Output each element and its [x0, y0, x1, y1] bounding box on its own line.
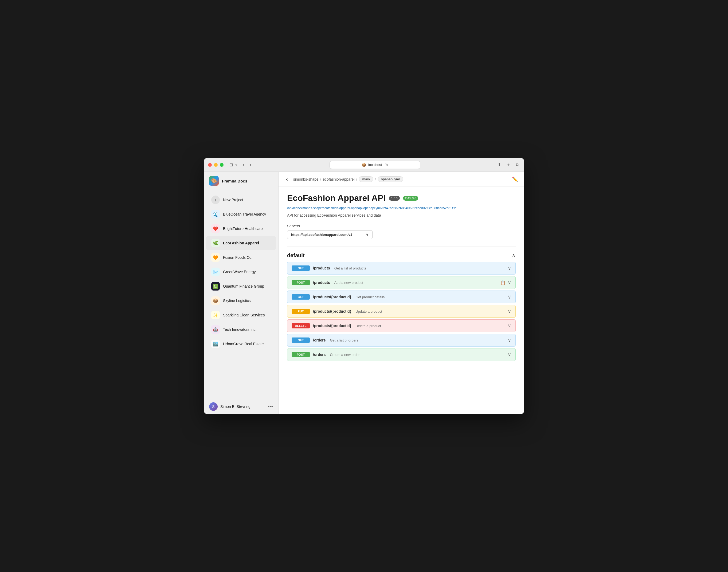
endpoint-desc-5: Get a list of orders [330, 338, 358, 342]
sidebar-item-icon-tech: 🤖 [211, 325, 220, 334]
sidebar: 🎨 Framna Docs ＋ New Project 🌊BlueOcean T… [204, 172, 279, 414]
breadcrumb-part1: simonbs-shape [293, 177, 319, 182]
endpoint-right-4: ∨ [508, 323, 511, 329]
breadcrumb-sep2: / [356, 177, 357, 182]
chevron-icon-5[interactable]: ∨ [508, 337, 511, 343]
server-select[interactable]: https://api.ecofashionapparel.com/v1 ∨ [287, 230, 372, 239]
chevron-icon-2[interactable]: ∨ [508, 294, 511, 300]
nav-buttons: ‹ › [241, 161, 253, 168]
new-tab-button[interactable]: ＋ [505, 161, 512, 168]
endpoint-row-1[interactable]: POST/productsAdd a new product📋∨ [287, 276, 516, 289]
split-view-button[interactable]: ⧉ [515, 161, 520, 168]
sidebar-item-greenwave[interactable]: 🌬️GreenWave Energy [206, 265, 276, 279]
collapse-button[interactable]: ∧ [512, 252, 516, 259]
address-bar-container: 📦 localhost ↻ [257, 161, 493, 169]
sidebar-item-icon-quantum: 💹 [211, 282, 220, 291]
api-description: API for accessing EcoFashion Apparel ser… [287, 213, 516, 217]
endpoint-path-4: /products/{productId} [313, 324, 351, 328]
main-layout: 🎨 Framna Docs ＋ New Project 🌊BlueOcean T… [204, 172, 524, 414]
sidebar-item-ecofashion[interactable]: 🌿EcoFashion Apparel [206, 236, 276, 250]
sidebar-item-label-quantum: Quantum Finance Group [223, 284, 264, 288]
server-url: https://api.ecofashionapparel.com/v1 [291, 233, 352, 237]
forward-nav-button[interactable]: › [248, 161, 253, 168]
sidebar-item-tech[interactable]: 🤖Tech Innovators Inc. [206, 323, 276, 337]
sidebar-item-brightfuture[interactable]: ❤️BrightFuture Healthcare [206, 222, 276, 235]
sidebar-item-label-urbangrove: UrbanGrove Real Estate [223, 342, 264, 346]
chevron-icon-4[interactable]: ∨ [508, 323, 511, 329]
close-button[interactable] [208, 163, 212, 167]
method-badge-2: GET [292, 294, 310, 300]
sidebar-item-icon-brightfuture: ❤️ [211, 224, 220, 233]
sidebar-item-urbangrove[interactable]: 🏙️UrbanGrove Real Estate [206, 337, 276, 351]
endpoint-desc-4: Delete a product [356, 324, 381, 328]
app-window: ⊡ ∨ ‹ › 📦 localhost ↻ ⬆ ＋ ⧉ 🎨 Framna Doc… [204, 158, 524, 414]
sidebar-item-icon-sparkling: ✨ [211, 311, 220, 319]
breadcrumb-file[interactable]: openapi.yml [378, 176, 403, 182]
share-button[interactable]: ⬆ [496, 161, 502, 168]
maximize-button[interactable] [220, 163, 224, 167]
url-display: localhost [368, 163, 382, 167]
back-nav-button[interactable]: ‹ [241, 161, 246, 168]
divider [287, 246, 516, 247]
sidebar-item-icon-blueocean: 🌊 [211, 210, 220, 218]
traffic-lights [208, 163, 224, 167]
sidebar-item-label-blueocean: BlueOcean Travel Agency [223, 212, 266, 216]
endpoint-row-3[interactable]: PUT/products/{productId}Update a product… [287, 305, 516, 318]
sidebar-item-skyline[interactable]: 📦Skyline Logistics [206, 294, 276, 308]
endpoint-row-0[interactable]: GET/productsGet a list of products∨ [287, 262, 516, 275]
sidebar-item-label-tech: Tech Innovators Inc. [223, 327, 256, 332]
address-input[interactable]: 📦 localhost ↻ [329, 161, 420, 169]
endpoint-path-5: /orders [313, 338, 325, 342]
api-url[interactable]: /api/blob/simonbs-shape/ecofashion-appar… [287, 206, 516, 210]
method-badge-5: GET [292, 338, 310, 343]
breadcrumb-sep1: / [320, 177, 321, 182]
sidebar-item-quantum[interactable]: 💹Quantum Finance Group [206, 279, 276, 293]
content-back-button[interactable]: ‹ [284, 175, 290, 183]
endpoint-path-6: /orders [313, 352, 325, 357]
endpoint-row-2[interactable]: GET/products/{productId}Get product deta… [287, 291, 516, 303]
sidebar-item-label-skyline: Skyline Logistics [223, 298, 251, 303]
endpoint-path-2: /products/{productId} [313, 295, 351, 299]
sidebar-item-blueocean[interactable]: 🌊BlueOcean Travel Agency [206, 207, 276, 221]
endpoint-path-3: /products/{productId} [313, 309, 351, 313]
endpoint-row-4[interactable]: DELETE/products/{productId}Delete a prod… [287, 319, 516, 332]
oas-badge: OAS 3.0 [403, 196, 419, 201]
sidebar-toggle[interactable]: ⊡ ∨ [229, 162, 237, 167]
api-title: EcoFashion Apparel API [287, 193, 386, 203]
sidebar-item-label-greenwave: GreenWave Energy [223, 270, 256, 274]
edit-button[interactable]: ✏️ [511, 175, 519, 183]
chevron-icon-1[interactable]: ∨ [508, 280, 511, 285]
sidebar-item-icon-skyline: 📦 [211, 296, 220, 305]
sidebar-footer: S Simon B. Støvring ••• [204, 399, 278, 414]
titlebar-actions: ⬆ ＋ ⧉ [496, 161, 520, 168]
chevron-icon-6[interactable]: ∨ [508, 352, 511, 358]
sidebar-item-icon-urbangrove: 🏙️ [211, 340, 220, 348]
chevron-icon-3[interactable]: ∨ [508, 308, 511, 314]
sidebar-header: 🎨 Framna Docs [204, 172, 278, 190]
method-badge-3: PUT [292, 309, 310, 314]
endpoint-row-5[interactable]: GET/ordersGet a list of orders∨ [287, 334, 516, 347]
new-project-icon: ＋ [211, 196, 220, 204]
sidebar-item-sparkling[interactable]: ✨Sparkling Clean Services [206, 308, 276, 322]
endpoint-right-5: ∨ [508, 337, 511, 343]
endpoint-path-1: /products [313, 280, 330, 285]
endpoint-desc-6: Create a new order [330, 353, 359, 357]
endpoint-right-2: ∨ [508, 294, 511, 300]
copy-icon-1[interactable]: 📋 [500, 280, 505, 285]
servers-label: Servers [287, 224, 516, 228]
endpoint-right-3: ∨ [508, 308, 511, 314]
sidebar-item-fusionfoods[interactable]: 🧡Fusion Foods Co. [206, 251, 276, 264]
sidebar-item-label-sparkling: Sparkling Clean Services [223, 313, 265, 317]
endpoint-row-6[interactable]: POST/ordersCreate a new order∨ [287, 348, 516, 361]
sidebar-item-label-brightfuture: BrightFuture Healthcare [223, 226, 263, 231]
endpoint-right-0: ∨ [508, 265, 511, 271]
titlebar: ⊡ ∨ ‹ › 📦 localhost ↻ ⬆ ＋ ⧉ [204, 158, 524, 172]
new-project-item[interactable]: ＋ New Project [206, 193, 276, 207]
chevron-icon-0[interactable]: ∨ [508, 265, 511, 271]
breadcrumb-main[interactable]: main [359, 176, 373, 182]
sidebar-item-label-fusionfoods: Fusion Foods Co. [223, 255, 253, 260]
minimize-button[interactable] [214, 163, 218, 167]
method-badge-1: POST [292, 280, 310, 285]
user-menu-button[interactable]: ••• [268, 404, 273, 410]
endpoint-path-0: /products [313, 266, 330, 270]
